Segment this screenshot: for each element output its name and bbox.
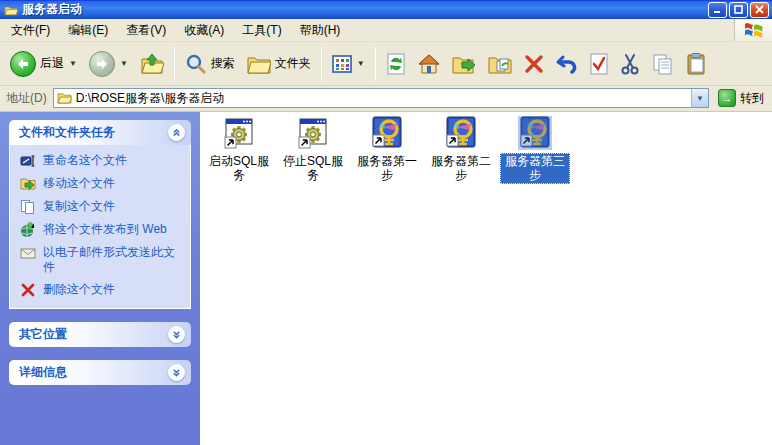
forward-button[interactable]: ▼ — [83, 46, 134, 82]
rose-server-shortcut-icon — [518, 116, 552, 150]
menu-file[interactable]: 文件(F) — [2, 19, 59, 41]
panel-details-header[interactable]: 详细信息 — [9, 360, 191, 385]
back-button[interactable]: 后退 ▼ — [4, 46, 83, 82]
address-dropdown-icon[interactable]: ▼ — [691, 89, 708, 107]
folders-label: 文件夹 — [275, 55, 311, 72]
file-stop-sql-service[interactable]: 停止SQL服务 — [277, 116, 349, 184]
properties-button[interactable] — [584, 46, 614, 82]
paste-clipboard-icon — [686, 53, 706, 75]
folder-icon — [57, 92, 72, 104]
up-folder-icon — [140, 53, 164, 75]
menu-tools[interactable]: 工具(T) — [233, 19, 290, 41]
chevron-down-icon[interactable] — [168, 364, 185, 381]
rename-icon — [20, 153, 36, 169]
chevron-up-icon[interactable] — [168, 124, 185, 141]
minimize-button[interactable] — [708, 2, 727, 18]
panel-other-places: 其它位置 — [9, 322, 191, 347]
panel-file-tasks-header[interactable]: 文件和文件夹任务 — [9, 120, 191, 145]
delete-icon — [524, 54, 544, 74]
menu-favorites[interactable]: 收藏(A) — [175, 19, 233, 41]
copy-icon — [20, 199, 36, 215]
windows-logo-icon — [734, 19, 772, 41]
file-server-step-2[interactable]: 服务器第二步 — [425, 116, 497, 184]
file-label: 启动SQL服务 — [204, 153, 274, 184]
back-dropdown-icon: ▼ — [69, 59, 77, 68]
file-label: 停止SQL服务 — [278, 153, 348, 184]
task-email-file[interactable]: 以电子邮件形式发送此文件 — [20, 245, 184, 275]
search-icon — [185, 53, 207, 75]
file-server-step-1[interactable]: 服务器第一步 — [351, 116, 423, 184]
views-button[interactable]: ▼ — [326, 46, 371, 82]
copy-button[interactable] — [646, 46, 680, 82]
publish-web-icon — [20, 222, 36, 238]
home-icon — [418, 54, 440, 74]
panel-other-places-header[interactable]: 其它位置 — [9, 322, 191, 347]
search-button[interactable]: 搜索 — [179, 46, 241, 82]
forward-icon — [89, 51, 115, 77]
refresh-button[interactable] — [380, 46, 412, 82]
folder-open-icon — [4, 4, 18, 16]
task-delete-file[interactable]: 删除这个文件 — [20, 282, 184, 298]
file-label: 服务器第二步 — [426, 153, 496, 184]
back-icon — [10, 51, 36, 77]
menu-bar: 文件(F) 编辑(E) 查看(V) 收藏(A) 工具(T) 帮助(H) — [0, 19, 772, 42]
go-arrow-icon: → — [718, 89, 736, 107]
undo-icon — [556, 54, 578, 74]
panel-title: 文件和文件夹任务 — [19, 124, 115, 141]
panel-title: 其它位置 — [19, 326, 67, 343]
cut-button[interactable] — [614, 46, 646, 82]
task-copy-file[interactable]: 复制这个文件 — [20, 199, 184, 215]
address-bar: 地址(D) D:\ROSE服务器\服务器启动 ▼ → 转到 — [0, 86, 772, 112]
refresh-icon — [386, 53, 406, 75]
forward-dropdown-icon: ▼ — [120, 59, 128, 68]
panel-file-tasks: 文件和文件夹任务 重命名这个文件 — [9, 120, 191, 309]
rose-server-shortcut-icon — [444, 116, 478, 150]
email-icon — [20, 245, 36, 261]
checked-document-icon — [590, 53, 608, 75]
move-to-folder-icon — [452, 54, 476, 74]
file-label: 服务器第三步 — [500, 153, 570, 184]
copy-to-button[interactable] — [482, 46, 518, 82]
window-title: 服务器启动 — [22, 1, 708, 18]
address-path: D:\ROSE服务器\服务器启动 — [76, 90, 691, 107]
delete-icon — [20, 282, 36, 298]
undo-button[interactable] — [550, 46, 584, 82]
maximize-button[interactable] — [729, 2, 748, 18]
up-button[interactable] — [134, 46, 170, 82]
explorer-window: 服务器启动 文件(F) 编辑(E) 查看(V) 收藏(A) 工具(T) 帮助(H… — [0, 0, 772, 445]
toolbar: 后退 ▼ ▼ 搜索 — [0, 42, 772, 86]
delete-button[interactable] — [518, 46, 550, 82]
home-button[interactable] — [412, 46, 446, 82]
file-label: 服务器第一步 — [352, 153, 422, 184]
sql-service-shortcut-icon — [296, 116, 330, 150]
toolbar-separator — [174, 47, 175, 81]
task-publish-file-web[interactable]: 将这个文件发布到 Web — [20, 222, 184, 238]
toolbar-separator — [375, 47, 376, 81]
file-server-step-3[interactable]: 服务器第三步 — [499, 116, 571, 184]
menu-edit[interactable]: 编辑(E) — [59, 19, 117, 41]
chevron-down-icon[interactable] — [168, 326, 185, 343]
task-move-file[interactable]: 移动这个文件 — [20, 176, 184, 192]
toolbar-separator — [321, 47, 322, 81]
go-button[interactable]: → 转到 — [715, 87, 770, 109]
address-input[interactable]: D:\ROSE服务器\服务器启动 ▼ — [53, 88, 709, 108]
folders-button[interactable]: 文件夹 — [241, 46, 317, 82]
move-icon — [20, 176, 36, 192]
rose-server-shortcut-icon — [370, 116, 404, 150]
file-list-area[interactable]: 启动SQL服务 停止SQL服务 — [200, 112, 772, 445]
address-label: 地址(D) — [6, 90, 47, 107]
folders-icon — [247, 54, 271, 74]
file-start-sql-service[interactable]: 启动SQL服务 — [203, 116, 275, 184]
task-pane-sidebar: 文件和文件夹任务 重命名这个文件 — [0, 112, 200, 445]
panel-details: 详细信息 — [9, 360, 191, 385]
paste-button[interactable] — [680, 46, 712, 82]
close-button[interactable] — [750, 2, 769, 18]
menu-view[interactable]: 查看(V) — [117, 19, 175, 41]
cut-scissors-icon — [620, 53, 640, 75]
copy-to-folder-icon — [488, 54, 512, 74]
task-rename-file[interactable]: 重命名这个文件 — [20, 153, 184, 169]
move-to-button[interactable] — [446, 46, 482, 82]
panel-title: 详细信息 — [19, 364, 67, 381]
menu-help[interactable]: 帮助(H) — [291, 19, 350, 41]
copy-pages-icon — [652, 53, 674, 75]
